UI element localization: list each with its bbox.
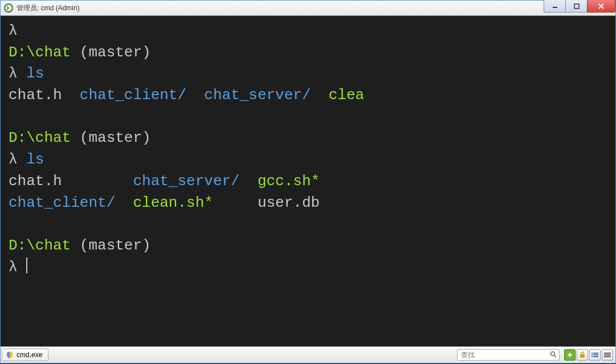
dir-entry: chat_client/ <box>80 87 186 104</box>
prompt-path: D:\chat <box>9 129 71 146</box>
prompt-lambda: λ <box>9 22 18 39</box>
window-title: 管理员: cmd (Admin) <box>17 3 80 13</box>
svg-rect-5 <box>580 354 585 358</box>
list-button[interactable] <box>589 349 601 361</box>
svg-point-3 <box>551 351 555 355</box>
add-tab-button[interactable] <box>564 349 576 361</box>
cursor <box>26 257 27 273</box>
prompt-path: D:\chat <box>9 44 71 61</box>
svg-rect-12 <box>604 353 611 354</box>
file-entry: user.db <box>258 194 320 211</box>
svg-rect-2 <box>574 4 579 9</box>
statusbar: cmd.exe <box>0 346 616 363</box>
dir-entry: chat_server/ <box>204 87 311 104</box>
svg-rect-14 <box>604 356 611 357</box>
prompt-lambda: λ <box>9 151 18 168</box>
titlebar[interactable]: 管理员: cmd (Admin) <box>0 0 616 16</box>
window-controls <box>544 0 615 13</box>
tab-label: cmd.exe <box>17 351 42 359</box>
prompt-lambda: λ <box>9 259 18 276</box>
svg-rect-6 <box>591 353 593 354</box>
svg-rect-13 <box>604 354 611 355</box>
svg-rect-11 <box>593 356 598 357</box>
prompt-branch: (master) <box>80 44 151 61</box>
svg-rect-10 <box>591 356 593 357</box>
command-text: ls <box>26 151 44 168</box>
prompt-lambda: λ <box>9 65 18 82</box>
exec-entry: gcc.sh* <box>258 173 320 190</box>
svg-rect-7 <box>593 353 598 354</box>
command-text: ls <box>26 65 44 82</box>
terminal-output[interactable]: λ D:\chat (master) λ ls chat.h chat_clie… <box>0 16 616 346</box>
lock-button[interactable] <box>577 349 588 361</box>
close-button[interactable] <box>587 0 615 13</box>
svg-rect-8 <box>591 354 593 355</box>
file-entry: clea <box>329 87 364 104</box>
file-entry: chat.h <box>9 173 62 190</box>
prompt-path: D:\chat <box>9 237 71 254</box>
maximize-button[interactable] <box>565 0 587 13</box>
minimize-button[interactable] <box>544 0 565 13</box>
dir-entry: chat_client/ <box>9 194 115 211</box>
console-tab[interactable]: cmd.exe <box>2 349 48 361</box>
shield-icon <box>6 351 14 359</box>
search-icon[interactable] <box>550 351 557 359</box>
svg-rect-1 <box>553 7 557 8</box>
svg-rect-9 <box>593 354 598 355</box>
menu-button[interactable] <box>602 349 613 361</box>
prompt-branch: (master) <box>80 237 151 254</box>
file-entry: chat.h <box>9 87 62 104</box>
prompt-branch: (master) <box>80 129 151 146</box>
svg-line-4 <box>554 355 556 357</box>
app-icon <box>4 3 13 13</box>
search-input[interactable] <box>461 351 546 359</box>
search-box[interactable] <box>457 349 560 361</box>
dir-entry: chat_server/ <box>133 173 239 190</box>
exec-entry: clean.sh* <box>133 194 213 211</box>
